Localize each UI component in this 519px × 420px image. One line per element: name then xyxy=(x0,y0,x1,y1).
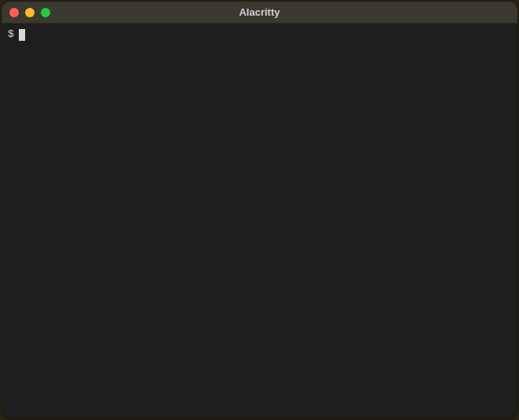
traffic-lights xyxy=(2,8,50,17)
zoom-button[interactable] xyxy=(41,8,50,17)
minimize-button[interactable] xyxy=(25,8,35,17)
cursor-icon xyxy=(19,29,25,41)
prompt-line: $ xyxy=(8,28,511,41)
titlebar: Alacritty xyxy=(2,2,517,24)
window-title: Alacritty xyxy=(2,6,517,18)
prompt-symbol: $ xyxy=(8,28,14,41)
close-button[interactable] xyxy=(9,8,19,17)
terminal-body[interactable]: $ xyxy=(2,24,517,418)
terminal-window: Alacritty $ xyxy=(2,2,517,418)
